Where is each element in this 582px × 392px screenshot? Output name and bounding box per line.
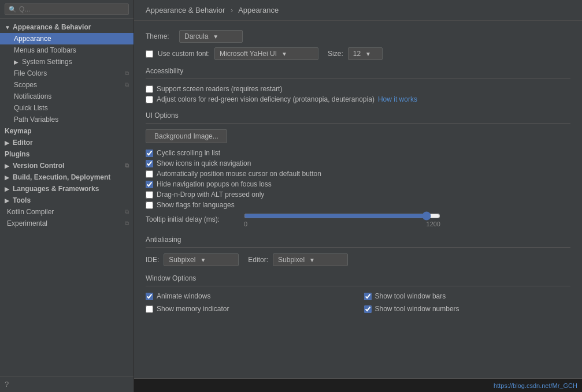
show-flags-row: Show flags for languages	[146, 201, 570, 209]
sidebar-item-menus-toolbars[interactable]: Menus and Toolbars	[0, 44, 134, 56]
hide-nav-popups-label: Hide navigation popups on focus loss	[157, 180, 272, 188]
tooltip-slider[interactable]	[244, 211, 440, 221]
arrow-icon: ▼	[5, 24, 12, 31]
arrow-icon: ▶	[5, 186, 12, 192]
show-tool-window-bars-checkbox[interactable]	[364, 293, 372, 300]
show-icons-quick-nav-row: Show icons in quick navigation	[146, 159, 570, 167]
sidebar-label: System Settings	[22, 58, 72, 66]
ide-label: IDE:	[146, 256, 159, 264]
custom-font-checkbox[interactable]	[146, 50, 153, 58]
theme-label: Theme:	[146, 32, 175, 40]
antialiasing-title: Antialiasing	[146, 236, 570, 244]
font-dropdown[interactable]: Microsoft YaHei UI ▼	[214, 47, 318, 60]
copy-icon: ⧉	[125, 70, 129, 77]
slider-labels: 0 1200	[244, 221, 440, 227]
sidebar-item-languages-frameworks[interactable]: ▶ Languages & Frameworks	[0, 183, 134, 195]
window-options-title: Window Options	[146, 274, 570, 282]
show-memory-indicator-label: Show memory indicator	[157, 305, 229, 313]
slider-min: 0	[244, 221, 247, 227]
color-adjust-label: Adjust colors for red-green vision defic…	[157, 95, 375, 103]
show-tool-window-numbers-checkbox[interactable]	[364, 305, 372, 313]
dropdown-arrow-icon: ▼	[281, 51, 287, 57]
sidebar-item-experimental[interactable]: Experimental ⧉	[0, 218, 134, 229]
sidebar-item-system-settings[interactable]: ▶ System Settings	[0, 56, 134, 68]
cyclic-scroll-row: Cyclic scrolling in list	[146, 149, 570, 157]
cyclic-scroll-label: Cyclic scrolling in list	[157, 149, 220, 157]
sidebar-label: Build, Execution, Deployment	[13, 173, 110, 181]
show-icons-quick-nav-checkbox[interactable]	[146, 160, 153, 167]
sidebar-item-keymap[interactable]: Keymap	[0, 125, 134, 137]
show-memory-indicator-row: Show memory indicator	[146, 305, 353, 313]
sidebar-item-kotlin-compiler[interactable]: Kotlin Compiler ⧉	[0, 206, 134, 218]
breadcrumb: Appearance & Behavior › Appearance	[134, 0, 582, 21]
background-image-button[interactable]: Background Image...	[146, 129, 227, 143]
sidebar-item-tools[interactable]: ▶ Tools	[0, 195, 134, 206]
sidebar-label: Version Control	[13, 162, 64, 170]
sidebar-label: Appearance	[14, 35, 51, 43]
ui-options-title: UI Options	[146, 111, 570, 120]
sidebar-label: Tools	[13, 196, 31, 204]
sidebar-label: Kotlin Compiler	[7, 208, 54, 216]
how-it-works-link[interactable]: How it works	[378, 95, 417, 103]
sidebar-item-notifications[interactable]: Notifications	[0, 91, 134, 102]
copy-icon: ⧉	[125, 162, 129, 169]
screen-readers-checkbox[interactable]	[146, 85, 153, 93]
sidebar-bottom-bar: ?	[0, 376, 134, 392]
sidebar-item-plugins[interactable]: Plugins	[0, 148, 134, 160]
settings-content: Theme: Darcula ▼ Use custom font: Micros…	[134, 21, 582, 378]
hide-nav-popups-checkbox[interactable]	[146, 181, 153, 188]
window-options-grid: Animate windows Show tool window bars Sh…	[146, 292, 570, 315]
antialiasing-divider	[146, 247, 570, 248]
sidebar-label: Experimental	[7, 219, 47, 227]
drag-drop-alt-checkbox[interactable]	[146, 191, 153, 199]
auto-position-checkbox[interactable]	[146, 170, 153, 178]
animate-windows-row: Animate windows	[146, 292, 353, 300]
copy-icon: ⧉	[125, 220, 129, 227]
arrow-icon: ▶	[5, 163, 12, 169]
copy-icon: ⧉	[125, 81, 129, 88]
search-input[interactable]	[19, 5, 125, 13]
theme-dropdown[interactable]: Darcula ▼	[179, 30, 243, 43]
dropdown-arrow-icon: ▼	[213, 33, 218, 40]
size-value: 12	[353, 50, 361, 58]
breadcrumb-separator: ›	[231, 6, 233, 14]
tooltip-slider-wrap: 0 1200	[244, 211, 570, 227]
status-bar: https://blog.csdn.net/Mr_GCH	[134, 378, 582, 392]
sidebar-item-quick-lists[interactable]: Quick Lists	[0, 102, 134, 114]
dropdown-arrow-icon: ▼	[200, 257, 206, 263]
cyclic-scroll-checkbox[interactable]	[146, 150, 153, 157]
arrow-icon: ▶	[5, 197, 12, 204]
show-icons-quick-nav-label: Show icons in quick navigation	[157, 159, 251, 167]
color-adjust-checkbox[interactable]	[146, 96, 153, 103]
sidebar-item-file-colors[interactable]: File Colors ⧉	[0, 68, 134, 79]
sidebar-item-scopes[interactable]: Scopes ⧉	[0, 79, 134, 91]
sidebar-item-version-control[interactable]: ▶ Version Control ⧉	[0, 160, 134, 171]
size-dropdown[interactable]: 12 ▼	[348, 47, 383, 60]
accessibility-title: Accessibility	[146, 67, 570, 75]
sidebar: 🔍 ▼ Appearance & Behavior Appearance Men…	[0, 0, 134, 392]
show-flags-checkbox[interactable]	[146, 201, 153, 209]
animate-windows-checkbox[interactable]	[146, 293, 153, 300]
sidebar-item-appearance-behavior[interactable]: ▼ Appearance & Behavior	[0, 21, 134, 33]
auto-position-row: Automatically position mouse cursor on d…	[146, 170, 570, 178]
editor-antialiasing-dropdown[interactable]: Subpixel ▼	[273, 253, 348, 266]
sidebar-item-path-variables[interactable]: Path Variables	[0, 114, 134, 125]
sidebar-item-appearance[interactable]: Appearance	[0, 33, 134, 44]
content-panel: Appearance & Behavior › Appearance Theme…	[134, 0, 582, 392]
custom-font-row: Use custom font: Microsoft YaHei UI ▼ Si…	[146, 47, 570, 60]
screen-readers-label: Support screen readers (requires restart…	[157, 85, 282, 93]
ide-antialiasing-dropdown[interactable]: Subpixel ▼	[164, 253, 239, 266]
show-memory-indicator-checkbox[interactable]	[146, 305, 153, 313]
help-icon[interactable]: ?	[5, 380, 9, 389]
sidebar-item-build-execution[interactable]: ▶ Build, Execution, Deployment	[0, 171, 134, 183]
sidebar-item-editor[interactable]: ▶ Editor	[0, 137, 134, 148]
drag-drop-alt-row: Drag-n-Drop with ALT pressed only	[146, 191, 570, 199]
ide-antialiasing-item: IDE: Subpixel ▼	[146, 253, 239, 266]
copy-icon: ⧉	[125, 208, 129, 215]
show-flags-label: Show flags for languages	[157, 201, 235, 209]
search-box: 🔍	[0, 0, 134, 19]
sidebar-label: Quick Lists	[14, 104, 48, 112]
sidebar-label: Keymap	[5, 127, 32, 135]
arrow-icon: ▶	[5, 174, 12, 181]
breadcrumb-current: Appearance	[238, 6, 279, 14]
